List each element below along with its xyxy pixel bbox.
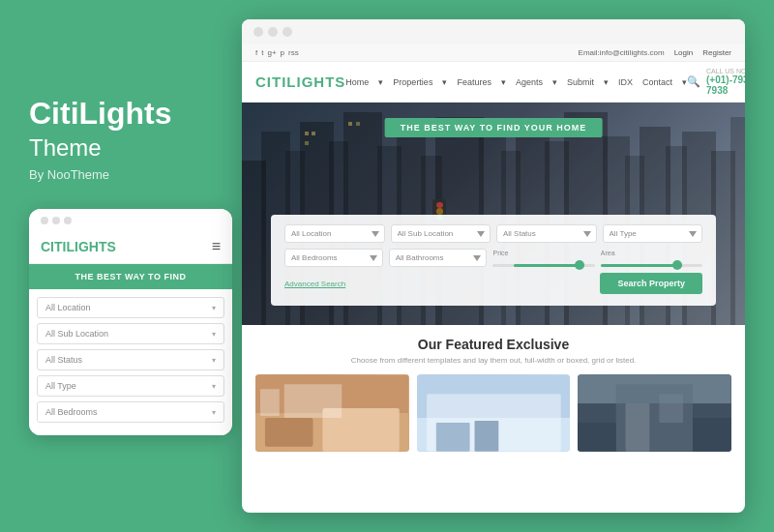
desktop-mockup: f t g+ p rss Email:info@citilights.com L… bbox=[242, 19, 745, 513]
area-block: Area bbox=[601, 250, 702, 267]
hero-tagline: THE BEST WAY TO FIND YOUR HOME bbox=[385, 118, 603, 137]
desktop-nav-right: 🔍 CALL US NOW! (+01)-793-7938 📱 bbox=[687, 68, 745, 96]
call-now-label: CALL US NOW! bbox=[706, 68, 745, 74]
chevron-down-icon: ▾ bbox=[212, 382, 216, 391]
brand-title: CitiLights bbox=[29, 97, 242, 131]
area-slider[interactable] bbox=[601, 264, 702, 267]
mobile-bedrooms-dropdown[interactable]: All Bedrooms ▾ bbox=[37, 401, 224, 423]
svg-rect-50 bbox=[693, 418, 731, 452]
interior-scene-1 bbox=[255, 374, 409, 452]
svg-rect-37 bbox=[284, 384, 342, 418]
brand-subtitle: Theme bbox=[29, 134, 242, 162]
nav-properties[interactable]: Properties bbox=[393, 77, 432, 87]
mobile-hero-banner: THE BEST WAY TO FIND bbox=[29, 264, 232, 289]
price-slider-thumb[interactable] bbox=[575, 260, 584, 270]
area-label: Area bbox=[601, 250, 702, 256]
mobile-mockup: CITILIGHTS ≡ THE BEST WAY TO FIND All Lo… bbox=[29, 209, 232, 435]
mobile-sublocation-dropdown[interactable]: All Sub Location ▾ bbox=[37, 323, 224, 344]
nav-idx[interactable]: IDX bbox=[618, 77, 633, 87]
svg-rect-42 bbox=[436, 423, 470, 452]
search-icon[interactable]: 🔍 bbox=[687, 75, 700, 88]
search-property-button[interactable]: Search Property bbox=[600, 273, 702, 294]
chevron-down-icon: ▾ bbox=[212, 356, 216, 365]
svg-rect-47 bbox=[626, 403, 650, 452]
nav-features[interactable]: Features bbox=[457, 77, 491, 87]
search-box: All Location All Sub Location All Status… bbox=[271, 215, 716, 306]
desktop-hero: THE BEST WAY TO FIND YOUR HOME All Locat… bbox=[242, 103, 745, 325]
price-label: Price bbox=[492, 250, 594, 256]
property-card-2[interactable] bbox=[417, 374, 571, 452]
featured-title: Our Featured Exclusive bbox=[255, 337, 731, 352]
register-link[interactable]: Register bbox=[702, 48, 731, 57]
property-grid bbox=[255, 374, 731, 452]
nav-home[interactable]: Home bbox=[345, 77, 369, 87]
mobile-location-dropdown[interactable]: All Location ▾ bbox=[37, 297, 224, 318]
svg-rect-51 bbox=[578, 374, 731, 403]
exterior-scene-3 bbox=[578, 374, 731, 452]
advanced-search-link[interactable]: Advanced Search bbox=[284, 280, 345, 288]
location-select[interactable]: All Location bbox=[284, 224, 385, 243]
svg-rect-35 bbox=[265, 418, 313, 447]
social-icons: f t g+ p rss bbox=[255, 48, 299, 57]
top-right-bar: Email:info@citilights.com Login Register bbox=[579, 48, 731, 57]
desktop-social-bar: f t g+ p rss Email:info@citilights.com L… bbox=[242, 44, 745, 62]
chevron-down-icon: ▾ bbox=[212, 330, 216, 339]
property-image-2 bbox=[417, 374, 571, 452]
brand-by: By NooTheme bbox=[29, 167, 242, 182]
mobile-search-section: All Location ▾ All Sub Location ▾ All St… bbox=[29, 289, 232, 435]
chevron-down-icon: ▾ bbox=[212, 304, 216, 312]
price-slider[interactable] bbox=[492, 264, 594, 267]
title-dot-1 bbox=[253, 27, 263, 37]
area-slider-fill bbox=[601, 264, 682, 267]
price-slider-fill bbox=[514, 264, 585, 267]
area-slider-thumb[interactable] bbox=[672, 260, 682, 270]
email-label: Email:info@citilights.com bbox=[579, 48, 665, 57]
mobile-dot-2 bbox=[52, 217, 60, 224]
nav-contact[interactable]: Contact bbox=[642, 77, 672, 87]
title-dot-2 bbox=[268, 27, 278, 37]
mobile-type-dropdown[interactable]: All Type ▾ bbox=[37, 375, 224, 397]
desktop-title-bar bbox=[242, 19, 745, 44]
twitter-icon[interactable]: t bbox=[261, 48, 263, 57]
nav-submit[interactable]: Submit bbox=[567, 77, 594, 87]
interior-scene-2 bbox=[417, 374, 571, 452]
svg-rect-38 bbox=[260, 389, 280, 416]
mobile-dot-3 bbox=[64, 217, 72, 224]
property-image-3 bbox=[578, 374, 731, 452]
login-link[interactable]: Login bbox=[674, 48, 694, 57]
left-panel: CitiLights Theme By NooTheme CITILIGHTS … bbox=[29, 97, 242, 435]
search-row-2: All Bedrooms All Bathrooms Price Area bbox=[284, 249, 702, 267]
call-now-block: CALL US NOW! (+01)-793-7938 bbox=[706, 68, 745, 96]
svg-rect-43 bbox=[474, 421, 498, 452]
mobile-title-bar bbox=[29, 209, 232, 230]
bedrooms-select[interactable]: All Bedrooms bbox=[284, 249, 383, 267]
status-select[interactable]: All Status bbox=[496, 224, 597, 243]
phone-number: (+01)-793-7938 bbox=[706, 74, 745, 96]
mobile-nav: CITILIGHTS ≡ bbox=[29, 230, 232, 264]
rss-icon[interactable]: rss bbox=[288, 48, 299, 57]
nav-agents[interactable]: Agents bbox=[516, 77, 543, 87]
featured-subtitle: Choose from different templates and lay … bbox=[255, 356, 731, 365]
featured-section: Our Featured Exclusive Choose from diffe… bbox=[242, 325, 745, 463]
facebook-icon[interactable]: f bbox=[255, 48, 257, 57]
type-select[interactable]: All Type bbox=[603, 224, 703, 243]
desktop-logo: CITILIGHTS bbox=[255, 74, 345, 90]
mobile-status-dropdown[interactable]: All Status ▾ bbox=[37, 349, 224, 370]
desktop-nav: CITILIGHTS Home▾ Properties▾ Features▾ A… bbox=[242, 62, 745, 103]
chevron-down-icon: ▾ bbox=[212, 408, 216, 417]
hamburger-icon[interactable]: ≡ bbox=[212, 238, 221, 255]
mobile-logo: CITILIGHTS bbox=[41, 239, 116, 254]
property-card-1[interactable] bbox=[255, 374, 409, 452]
search-bottom-row: Advanced Search Search Property bbox=[284, 273, 702, 294]
svg-rect-49 bbox=[578, 423, 616, 452]
pinterest-icon[interactable]: p bbox=[281, 48, 284, 57]
price-block: Price bbox=[492, 250, 594, 267]
bathrooms-select[interactable]: All Bathrooms bbox=[389, 249, 488, 267]
sublocation-select[interactable]: All Sub Location bbox=[391, 224, 491, 243]
property-image-1 bbox=[255, 374, 409, 452]
google-plus-icon[interactable]: g+ bbox=[267, 48, 276, 57]
desktop-nav-items: Home▾ Properties▾ Features▾ Agents▾ Subm… bbox=[345, 77, 687, 87]
property-card-3[interactable] bbox=[578, 374, 731, 452]
mobile-dot-1 bbox=[41, 217, 48, 224]
title-dot-3 bbox=[283, 27, 292, 37]
